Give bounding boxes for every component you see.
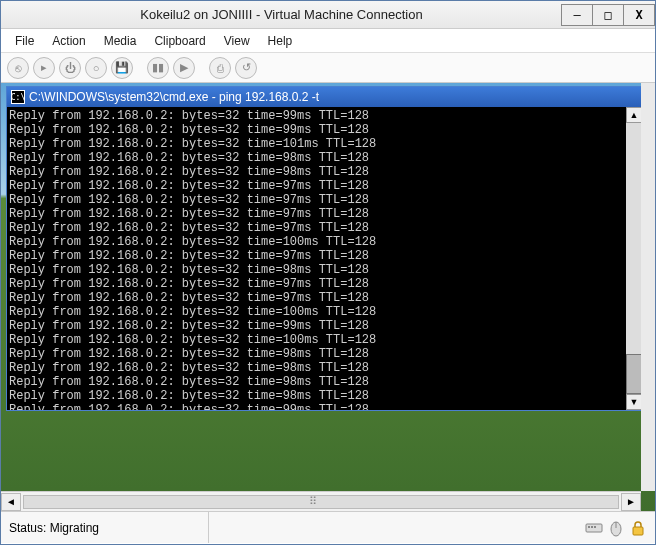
outer-horizontal-scrollbar[interactable]: ◄ ► <box>1 491 641 511</box>
reset-icon[interactable]: ▶ <box>173 57 195 79</box>
window-controls: – □ X <box>562 4 655 26</box>
svg-rect-3 <box>591 526 593 528</box>
scroll-down-button[interactable]: ▼ <box>626 394 642 410</box>
toolbar-separator <box>137 57 143 79</box>
status-icons <box>585 519 647 537</box>
status-bar: Status: Migrating <box>1 511 655 543</box>
hscroll-left-button[interactable]: ◄ <box>1 493 21 511</box>
menu-bar: File Action Media Clipboard View Help <box>1 29 655 53</box>
toolbar-separator <box>199 57 205 79</box>
hscroll-right-button[interactable]: ► <box>621 493 641 511</box>
svg-rect-4 <box>594 526 596 528</box>
svg-rect-7 <box>633 527 643 535</box>
cmd-window[interactable]: C:\ C:\WINDOWS\system32\cmd.exe - ping 1… <box>6 86 643 411</box>
save-icon[interactable]: 💾 <box>111 57 133 79</box>
cmd-scrollbar[interactable]: ▲ ▼ <box>626 107 642 410</box>
cmd-title-text: C:\WINDOWS\system32\cmd.exe - ping 192.1… <box>29 90 319 104</box>
lock-icon <box>629 519 647 537</box>
start-icon[interactable]: ▸ <box>33 57 55 79</box>
revert-icon[interactable]: ↺ <box>235 57 257 79</box>
minimize-button[interactable]: – <box>561 4 593 26</box>
keyboard-icon <box>585 519 603 537</box>
menu-view[interactable]: View <box>216 32 258 50</box>
cmd-output: Reply from 192.168.0.2: bytes=32 time=99… <box>7 107 642 410</box>
cmd-body[interactable]: Reply from 192.168.0.2: bytes=32 time=99… <box>7 107 642 410</box>
menu-help[interactable]: Help <box>260 32 301 50</box>
outer-vertical-scrollbar[interactable] <box>641 83 655 491</box>
checkpoint-icon[interactable]: ⎙ <box>209 57 231 79</box>
window-title: Kokeilu2 on JONIIII - Virtual Machine Co… <box>1 7 562 22</box>
shutdown-icon[interactable]: ○ <box>85 57 107 79</box>
menu-action[interactable]: Action <box>44 32 93 50</box>
cmd-icon: C:\ <box>11 90 25 104</box>
cmd-title-bar[interactable]: C:\ C:\WINDOWS\system32\cmd.exe - ping 1… <box>7 87 642 107</box>
toolbar: ⎋ ▸ ⏻ ○ 💾 ▮▮ ▶ ⎙ ↺ <box>1 53 655 83</box>
ctrl-alt-del-icon[interactable]: ⎋ <box>7 57 29 79</box>
vm-display-area[interactable]: C:\ C:\WINDOWS\system32\cmd.exe - ping 1… <box>1 83 655 511</box>
turnoff-icon[interactable]: ⏻ <box>59 57 81 79</box>
maximize-button[interactable]: □ <box>592 4 624 26</box>
svg-rect-2 <box>588 526 590 528</box>
close-button[interactable]: X <box>623 4 655 26</box>
status-text: Status: Migrating <box>9 512 209 543</box>
mouse-icon <box>607 519 625 537</box>
menu-clipboard[interactable]: Clipboard <box>146 32 213 50</box>
menu-file[interactable]: File <box>7 32 42 50</box>
scroll-up-button[interactable]: ▲ <box>626 107 642 123</box>
scroll-thumb[interactable] <box>626 354 642 394</box>
menu-media[interactable]: Media <box>96 32 145 50</box>
pause-icon[interactable]: ▮▮ <box>147 57 169 79</box>
hscroll-thumb[interactable] <box>23 495 619 509</box>
title-bar: Kokeilu2 on JONIIII - Virtual Machine Co… <box>1 1 655 29</box>
